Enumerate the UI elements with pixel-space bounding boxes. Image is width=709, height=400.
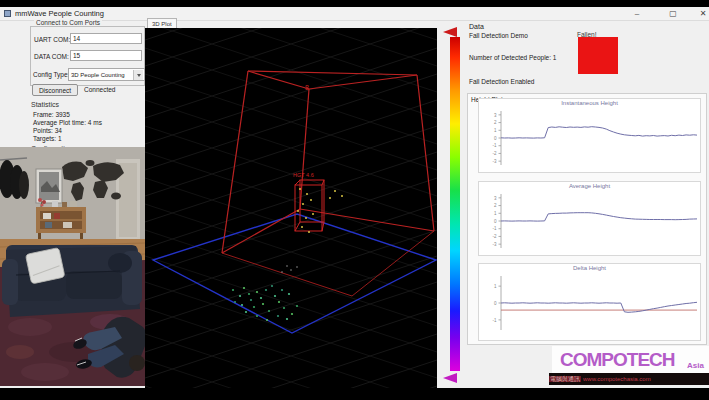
stat-avg-plot-time: Average Plot time: 4 ms [33, 119, 102, 126]
letterbox-bottom [0, 388, 709, 400]
data-com-label: DATA COM: [34, 53, 69, 60]
colorbar [450, 37, 460, 371]
connection-status: Connected [84, 86, 115, 93]
config-type-select[interactable]: 3D People Counting [68, 68, 145, 81]
svg-text:2: 2 [494, 120, 497, 125]
stat-points: Points: 34 [33, 127, 62, 134]
colorbar-min-arrow-icon [443, 373, 457, 383]
chart-plot-svg: 3210-1-2-3 [479, 107, 702, 171]
chevron-down-icon [133, 70, 143, 80]
fall-demo-label: Fall Detection Demo [469, 32, 528, 39]
window-title: mmWave People Counting [15, 9, 104, 18]
uart-com-input[interactable] [70, 33, 142, 44]
close-button[interactable]: ✕ [696, 9, 709, 19]
stat-targets: Targets: 1 [33, 135, 62, 142]
svg-text:1: 1 [494, 284, 497, 289]
svg-text:1: 1 [494, 211, 497, 216]
logo-tagline: 電腦與通訊www.compotechasia.com [549, 373, 709, 385]
logo-tagline-url: www.compotechasia.com [581, 376, 651, 382]
fall-enabled-label: Fall Detection Enabled [469, 78, 534, 85]
svg-text:3: 3 [494, 196, 497, 201]
target-bounding-box [295, 180, 324, 231]
svg-text:-2: -2 [492, 151, 496, 156]
logo-brand-text: COMPOTECH [560, 349, 675, 371]
svg-text:0: 0 [494, 136, 497, 141]
target-height-label: HGT 4.6 [293, 172, 314, 178]
app-icon [4, 10, 11, 17]
plot-3d-svg: 8 HGT 4.6 [145, 28, 437, 388]
chart-plot-svg: 3210-1-2-3 [479, 190, 702, 254]
titlebar: mmWave People Counting – ▢ ✕ [0, 7, 709, 21]
svg-text:1: 1 [494, 128, 497, 133]
webcam-feed [0, 147, 145, 386]
uart-com-label: UART COM: [34, 36, 70, 43]
boundary-box-blue [153, 214, 436, 333]
svg-text:-1: -1 [492, 143, 496, 148]
chart-delta-height: Delta Height 10-1 [478, 263, 701, 341]
svg-text:0: 0 [494, 301, 497, 306]
colorbar-max-arrow-icon [443, 27, 457, 37]
maximize-button[interactable]: ▢ [666, 9, 680, 19]
people-count-label: Number of Detected People: 1 [469, 54, 556, 61]
disconnect-button[interactable]: Disconnect [32, 84, 78, 96]
couch [2, 245, 142, 317]
minimize-button[interactable]: – [630, 9, 644, 19]
svg-text:2: 2 [494, 203, 497, 208]
svg-text:-3: -3 [492, 159, 496, 164]
chart-title: Instantaneous Height [479, 100, 700, 106]
svg-text:-2: -2 [492, 234, 496, 239]
logo-region-text: Asia [687, 361, 704, 370]
height-plots-panel: Height Plots Instantaneous Height 3210-1… [467, 93, 707, 345]
data-panel-title: Data [469, 23, 484, 30]
chart-plot-svg: 10-1 [479, 272, 702, 336]
config-type-label: Config Type: [33, 71, 69, 78]
letterbox-top [0, 0, 709, 7]
chart-instantaneous-height: Instantaneous Height 3210-1-2-3 [478, 98, 701, 173]
svg-text:-1: -1 [492, 226, 496, 231]
data-com-input[interactable] [70, 50, 142, 61]
fall-indicator-square [578, 37, 618, 74]
svg-text:0: 0 [494, 219, 497, 224]
statistics-title: Statistics [31, 101, 59, 108]
svg-text:-1: -1 [492, 318, 496, 323]
plot-3d-area: 8 HGT 4.6 [145, 28, 437, 388]
svg-text:-3: -3 [492, 242, 496, 247]
webcam-image [0, 147, 145, 386]
track-id-label: 8 [305, 84, 309, 91]
logo-tagline-cn: 電腦與通訊 [549, 376, 581, 382]
compotech-logo: COMPOTECH Asia [552, 346, 709, 375]
tab-3d-plot[interactable]: 3D Plot [147, 18, 177, 28]
app-window: mmWave People Counting – ▢ ✕ Connect to … [0, 7, 709, 388]
screen: mmWave People Counting – ▢ ✕ Connect to … [0, 0, 709, 400]
white-pillow [25, 248, 64, 284]
com-ports-group-title: Connect to Com Ports [34, 19, 102, 26]
svg-text:3: 3 [494, 113, 497, 118]
chart-title: Delta Height [479, 265, 700, 271]
noise-points [281, 265, 298, 273]
config-type-value: 3D People Counting [71, 72, 125, 78]
chart-average-height: Average Height 3210-1-2-3 [478, 181, 701, 256]
stat-frame: Frame: 3935 [33, 111, 70, 118]
chart-title: Average Height [479, 183, 700, 189]
floor-grid [145, 28, 437, 388]
